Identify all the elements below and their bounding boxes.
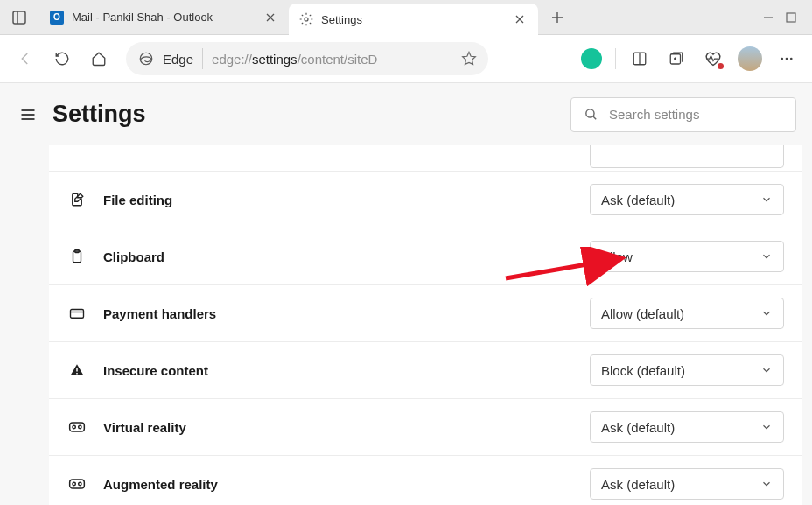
permission-select[interactable]: Ask (default) [590, 184, 784, 215]
svg-point-28 [79, 482, 81, 485]
maximize-icon[interactable] [786, 12, 796, 23]
permission-row-clipboard: Clipboard Allow [49, 228, 802, 285]
tab-title: Mail - Pankil Shah - Outlook [72, 11, 255, 24]
minimize-icon[interactable] [763, 12, 774, 23]
warning-icon [68, 362, 86, 378]
select-value: Ask (default) [601, 420, 675, 435]
split-screen-button[interactable] [623, 42, 656, 75]
svg-point-24 [73, 425, 75, 428]
collections-button[interactable] [660, 42, 693, 75]
favorite-button[interactable] [455, 45, 483, 73]
browser-titlebar: O Mail - Pankil Shah - Outlook Settings [0, 0, 812, 35]
divider [615, 48, 616, 69]
more-menu-button[interactable] [770, 42, 803, 75]
svg-rect-22 [76, 373, 78, 375]
svg-rect-21 [76, 368, 78, 372]
chevron-down-icon [760, 193, 773, 206]
search-placeholder: Search settings [609, 107, 699, 122]
select-value: Block (default) [601, 363, 685, 378]
row-label: File editing [103, 193, 172, 207]
svg-rect-26 [70, 480, 85, 488]
new-tab-button[interactable] [543, 4, 571, 32]
chevron-down-icon [760, 307, 773, 319]
svg-point-27 [73, 482, 75, 485]
permission-row-augmented-reality: Augmented reality Ask (default) [49, 456, 802, 505]
svg-point-25 [79, 425, 81, 428]
close-icon[interactable] [512, 11, 528, 27]
clipboard-icon [68, 249, 86, 264]
row-label: Virtual reality [103, 420, 186, 435]
svg-rect-19 [71, 310, 84, 319]
svg-line-16 [593, 116, 596, 119]
permission-row-file-editing: File editing Ask (default) [49, 172, 802, 228]
extension-grammarly-icon[interactable] [575, 42, 608, 75]
svg-point-15 [586, 109, 594, 117]
permission-select[interactable]: Ask (default) [590, 468, 784, 500]
search-input[interactable]: Search settings [570, 97, 796, 132]
select-value: Allow [601, 249, 633, 264]
chevron-down-icon [760, 364, 773, 376]
permissions-panel: File editing Ask (default) Clipboard All… [49, 145, 802, 505]
svg-point-11 [790, 58, 793, 60]
file-edit-icon [68, 192, 86, 207]
outlook-icon: O [50, 11, 64, 25]
browser-tab-1[interactable]: Settings [289, 4, 538, 35]
permission-row-insecure-content: Insecure content Block (default) [49, 342, 802, 399]
alert-badge-icon [716, 61, 725, 71]
row-label: Payment handlers [103, 306, 216, 321]
divider [202, 48, 203, 69]
omnibox-url: edge://settings/content/siteD [212, 52, 446, 67]
search-icon [584, 107, 598, 122]
permission-select[interactable]: Allow [590, 241, 784, 272]
vr-icon [68, 419, 86, 435]
select-value: Allow (default) [601, 306, 684, 321]
chevron-down-icon [760, 250, 773, 263]
profile-avatar[interactable] [733, 42, 766, 75]
back-button[interactable] [9, 42, 42, 75]
omnibox-prefix: Edge [163, 52, 193, 67]
permission-select[interactable]: Ask (default) [590, 411, 784, 443]
permission-row-virtual-reality: Virtual reality Ask (default) [49, 399, 802, 456]
permission-select[interactable]: Allow (default) [590, 298, 784, 329]
home-button[interactable] [82, 42, 116, 75]
page-title: Settings [52, 101, 146, 128]
prev-row-cutoff [49, 145, 802, 172]
svg-rect-4 [787, 13, 795, 22]
svg-rect-23 [70, 423, 85, 431]
row-label: Clipboard [103, 249, 164, 264]
tab-actions-menu[interactable] [0, 0, 38, 34]
refresh-button[interactable] [46, 42, 79, 75]
chevron-down-icon [760, 421, 773, 433]
settings-menu-button[interactable] [16, 102, 40, 127]
chevron-down-icon [760, 478, 773, 490]
edge-icon [138, 51, 154, 67]
close-icon[interactable] [262, 10, 278, 25]
permission-select[interactable]: Block (default) [590, 354, 784, 386]
select-cutoff[interactable] [590, 145, 784, 168]
svg-rect-0 [13, 11, 25, 24]
browser-essentials-button[interactable] [696, 42, 730, 75]
tab-title: Settings [321, 13, 504, 26]
permission-row-payment-handlers: Payment handlers Allow (default) [49, 285, 802, 342]
select-value: Ask (default) [601, 193, 675, 207]
vr-icon [68, 476, 86, 492]
credit-card-icon [68, 305, 86, 321]
svg-point-9 [780, 58, 783, 60]
select-value: Ask (default) [601, 477, 675, 492]
svg-point-2 [304, 18, 308, 21]
sidebar-gutter [0, 145, 49, 505]
row-label: Insecure content [103, 363, 208, 378]
gear-icon [299, 12, 313, 26]
row-label: Augmented reality [103, 477, 218, 492]
window-controls [747, 0, 812, 34]
settings-header: Settings Search settings [0, 82, 812, 145]
browser-toolbar: Edge edge://settings/content/siteD [0, 35, 812, 82]
svg-point-10 [786, 58, 788, 60]
address-bar[interactable]: Edge edge://settings/content/siteD [126, 42, 488, 75]
settings-content: File editing Ask (default) Clipboard All… [0, 145, 812, 505]
browser-tab-0[interactable]: O Mail - Pankil Shah - Outlook [39, 0, 289, 34]
